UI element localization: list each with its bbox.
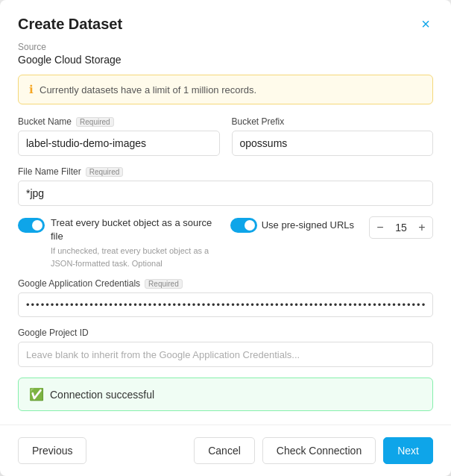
filename-filter-label: File Name Filter Required bbox=[18, 166, 433, 177]
presigned-thumb bbox=[245, 220, 255, 231]
controls-row: Treat every bucket object as a source fi… bbox=[18, 216, 433, 269]
filename-filter-input[interactable] bbox=[18, 181, 433, 206]
treat-bucket-group: Treat every bucket object as a source fi… bbox=[18, 216, 215, 269]
footer-left: Previous bbox=[18, 437, 86, 464]
project-id-label: Google Project ID bbox=[18, 328, 433, 338]
check-connection-button[interactable]: Check Connection bbox=[262, 437, 376, 464]
close-button[interactable]: × bbox=[418, 15, 433, 33]
bucket-name-group: Bucket Name Required bbox=[18, 116, 220, 156]
previous-button[interactable]: Previous bbox=[18, 437, 86, 464]
source-value: Google Cloud Storage bbox=[18, 54, 433, 66]
modal-title: Create Dataset bbox=[18, 16, 122, 33]
counter-value: 15 bbox=[391, 222, 411, 234]
filename-filter-required: Required bbox=[86, 167, 124, 177]
bucket-row: Bucket Name Required Bucket Prefix bbox=[18, 116, 433, 156]
credentials-row: Google Application Credentials Required bbox=[18, 278, 433, 317]
treat-bucket-sublabel: If unchecked, treat every bucket object … bbox=[51, 245, 215, 269]
presigned-toggle[interactable] bbox=[230, 218, 257, 233]
bucket-name-input[interactable] bbox=[18, 131, 220, 156]
presigned-label: Use pre-signed URLs bbox=[262, 219, 354, 231]
treat-bucket-label: Treat every bucket object as a source fi… bbox=[51, 216, 215, 243]
treat-bucket-track[interactable] bbox=[18, 218, 45, 233]
bucket-prefix-group: Bucket Prefix bbox=[232, 116, 434, 156]
bucket-prefix-input[interactable] bbox=[232, 131, 434, 156]
bucket-name-required: Required bbox=[76, 117, 114, 127]
footer-right: Cancel Check Connection Next bbox=[194, 437, 433, 464]
next-button[interactable]: Next bbox=[383, 437, 433, 464]
success-text: Connection successful bbox=[50, 389, 154, 401]
modal-header: Create Dataset × bbox=[0, 0, 451, 42]
bucket-prefix-label: Bucket Prefix bbox=[232, 116, 434, 127]
filename-filter-row: File Name Filter Required bbox=[18, 166, 433, 206]
credentials-label: Google Application Credentials Required bbox=[18, 278, 433, 289]
success-icon: ✅ bbox=[29, 387, 44, 401]
create-dataset-modal: Create Dataset × Source Google Cloud Sto… bbox=[0, 0, 451, 476]
filename-filter-group: File Name Filter Required bbox=[18, 166, 433, 206]
modal-footer: Previous Cancel Check Connection Next bbox=[0, 425, 451, 476]
info-banner-text: Currently datasets have a limit of 1 mil… bbox=[40, 84, 256, 95]
info-banner: ℹ Currently datasets have a limit of 1 m… bbox=[18, 75, 433, 104]
counter-group: − 15 + bbox=[369, 216, 433, 239]
counter-decrement-button[interactable]: − bbox=[370, 216, 391, 239]
counter-increment-button[interactable]: + bbox=[411, 216, 432, 239]
source-label: Source bbox=[18, 42, 433, 52]
treat-bucket-toggle[interactable] bbox=[18, 218, 45, 233]
modal-body: Source Google Cloud Storage ℹ Currently … bbox=[0, 42, 451, 413]
success-banner: ✅ Connection successful bbox=[18, 378, 433, 411]
presigned-group: Use pre-signed URLs bbox=[230, 216, 354, 233]
project-id-input[interactable] bbox=[18, 342, 433, 367]
cancel-button[interactable]: Cancel bbox=[194, 437, 255, 464]
info-icon: ℹ bbox=[29, 83, 34, 96]
credentials-required: Required bbox=[145, 279, 183, 289]
credentials-input[interactable] bbox=[18, 292, 433, 317]
credentials-group: Google Application Credentials Required bbox=[18, 278, 433, 317]
bucket-name-label: Bucket Name Required bbox=[18, 116, 220, 127]
project-id-row: Google Project ID bbox=[18, 328, 433, 367]
treat-bucket-thumb bbox=[32, 220, 42, 231]
presigned-track[interactable] bbox=[230, 218, 257, 233]
project-id-group: Google Project ID bbox=[18, 328, 433, 367]
